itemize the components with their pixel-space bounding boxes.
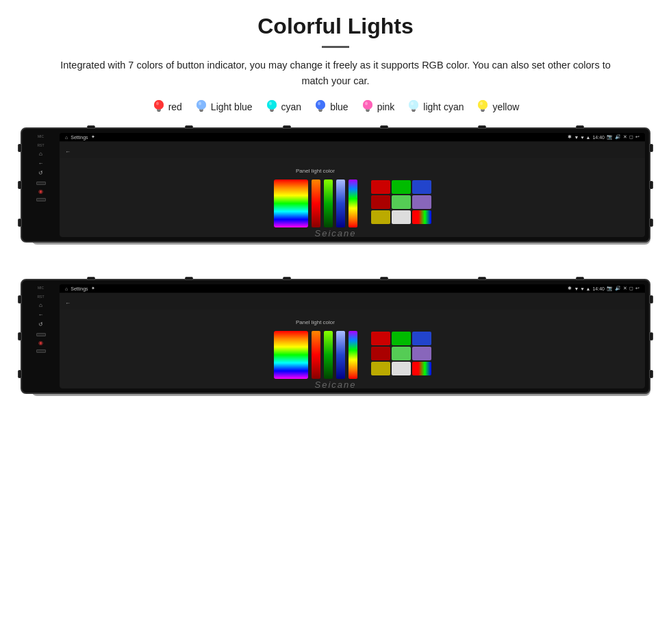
color-label-pink: pink [377,101,395,112]
svg-point-24 [365,102,368,106]
lightcyan-bulb-icon [407,99,420,115]
bottom-units-section: MIC RST ⌂ ← ↺ ◉ MIC RST ⌂ ← [21,279,650,423]
svg-point-28 [409,100,418,110]
color-label-cyan: cyan [281,101,302,112]
page-title: Colorful Lights [257,14,414,39]
color-indicators-row: red Light blue cyan [152,99,520,115]
svg-point-19 [318,102,320,106]
svg-point-4 [156,102,159,106]
color-item-cyan: cyan [265,99,302,115]
svg-point-8 [197,100,206,110]
panel-label: Panel light color [296,168,335,174]
svg-point-29 [411,102,414,106]
yellow-bulb-icon [476,99,490,115]
cyan-bulb-icon [265,99,279,115]
svg-rect-17 [319,111,322,112]
main-unit-top: MIC RST ⌂ ← ↺ ◉ ⌂ Settings [21,127,650,243]
screen-settings-label: Settings [71,135,88,140]
svg-point-34 [480,102,483,106]
red-bulb-icon [152,99,166,115]
color-item-lightblue: Light blue [194,99,253,115]
color-label-red: red [168,101,182,112]
pink-bulb-icon [361,99,375,115]
svg-rect-32 [481,111,484,112]
screen-time: 14:40 [592,135,605,140]
color-label-blue: blue [330,101,348,112]
lightblue-bulb-icon [194,99,208,115]
color-label-lightblue: Light blue [211,101,253,112]
svg-rect-22 [366,111,369,112]
svg-point-33 [478,100,488,110]
svg-point-14 [269,102,272,106]
color-item-red: red [152,99,182,115]
page-container: Colorful Lights Integrated with 7 colors… [0,0,671,644]
color-item-pink: pink [361,99,395,115]
main-unit-bottom: MIC RST ⌂ ← ↺ ◉ ⌂ Settings [21,279,650,394]
color-item-yellow: yellow [476,99,519,115]
color-label-lightcyan: light cyan [423,101,464,112]
svg-point-13 [267,100,277,110]
top-units-section: MIC [21,127,650,268]
svg-point-3 [154,100,164,110]
svg-point-23 [363,100,372,110]
section-divider [322,46,349,48]
svg-rect-7 [200,111,203,112]
svg-rect-27 [412,111,415,112]
color-label-yellow: yellow [492,101,519,112]
svg-rect-2 [157,111,160,112]
description-text: Integrated with 7 colors of button indic… [55,58,616,89]
color-item-blue: blue [314,99,348,115]
color-item-lightcyan: light cyan [407,99,464,115]
blue-bulb-icon [314,99,327,115]
svg-point-9 [199,102,201,106]
svg-point-18 [316,100,325,110]
svg-rect-12 [270,111,273,112]
